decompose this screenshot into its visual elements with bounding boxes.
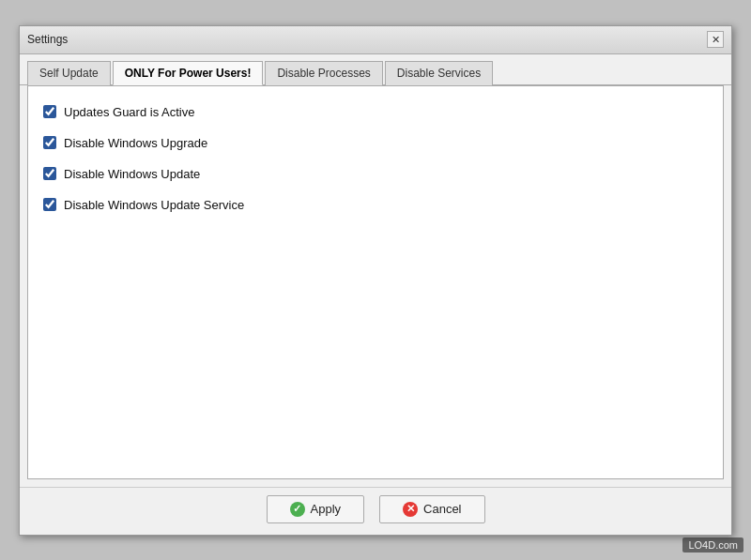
tab-power-users[interactable]: ONLY For Power Users! bbox=[113, 61, 264, 85]
cancel-button[interactable]: ✕ Cancel bbox=[379, 495, 484, 523]
checkbox-row-updates-guard: Updates Guard is Active bbox=[43, 105, 708, 119]
checkbox-disable-update-service[interactable] bbox=[43, 198, 56, 211]
cancel-icon: ✕ bbox=[403, 502, 418, 517]
checkbox-row-disable-update-service: Disable Windows Update Service bbox=[43, 198, 708, 212]
checkbox-disable-update-service-label: Disable Windows Update Service bbox=[64, 198, 244, 212]
apply-button[interactable]: ✓ Apply bbox=[267, 495, 365, 523]
checkbox-disable-update-label: Disable Windows Update bbox=[64, 167, 200, 181]
checkbox-disable-upgrade-label: Disable Windows Upgrade bbox=[64, 136, 207, 150]
apply-icon: ✓ bbox=[290, 502, 305, 517]
checkbox-disable-upgrade[interactable] bbox=[43, 136, 56, 149]
window-title: Settings bbox=[27, 33, 68, 46]
tab-bar: Self Update ONLY For Power Users! Disabl… bbox=[20, 54, 731, 85]
settings-window: Settings ✕ Self Update ONLY For Power Us… bbox=[19, 25, 732, 536]
tab-disable-services[interactable]: Disable Services bbox=[385, 61, 493, 85]
checkbox-row-disable-update: Disable Windows Update bbox=[43, 167, 708, 181]
checkbox-updates-guard-label: Updates Guard is Active bbox=[64, 105, 194, 119]
watermark: LO4D.com bbox=[682, 537, 743, 552]
tab-content: Updates Guard is Active Disable Windows … bbox=[27, 85, 724, 479]
checkbox-row-disable-upgrade: Disable Windows Upgrade bbox=[43, 136, 708, 150]
close-button[interactable]: ✕ bbox=[707, 31, 724, 48]
tab-self-update[interactable]: Self Update bbox=[27, 61, 111, 85]
title-bar: Settings ✕ bbox=[20, 26, 731, 54]
footer: ✓ Apply ✕ Cancel bbox=[20, 487, 731, 535]
cancel-label: Cancel bbox=[423, 502, 461, 516]
checkbox-updates-guard[interactable] bbox=[43, 105, 56, 118]
checkbox-disable-update[interactable] bbox=[43, 167, 56, 180]
tab-disable-processes[interactable]: Disable Processes bbox=[265, 61, 382, 85]
apply-label: Apply bbox=[311, 502, 342, 516]
